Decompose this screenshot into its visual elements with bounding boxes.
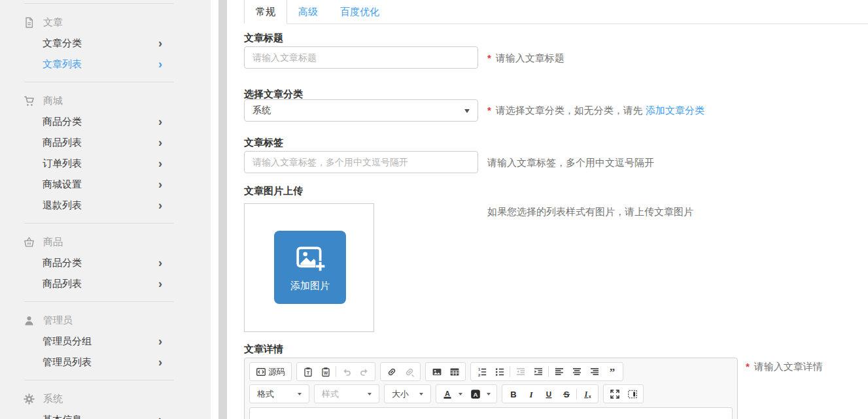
section-divider — [24, 3, 173, 4]
text-color-button[interactable]: A — [438, 386, 466, 402]
sidebar-section-系统[interactable]: 系统 — [0, 388, 211, 409]
sidebar-item-管理员列表[interactable]: 管理员列表› — [0, 352, 211, 373]
article-category-select[interactable]: 系统 — [244, 99, 478, 122]
article-title-input[interactable] — [244, 46, 478, 69]
article-detail-note: * 请输入文章详情 — [746, 360, 823, 373]
article-detail-label: 文章详情 — [244, 343, 283, 356]
svg-text:1: 1 — [478, 367, 481, 371]
article-tags-note-text: 请输入文章标签，多个用中文逗号隔开 — [487, 156, 654, 169]
bulleted-list-button[interactable] — [491, 363, 508, 380]
caret-down-icon — [298, 393, 302, 395]
align-left-button[interactable] — [550, 363, 568, 380]
sidebar-item-文章分类[interactable]: 文章分类› — [0, 33, 211, 54]
toolbar-separator — [510, 366, 510, 377]
numbered-list-button[interactable]: 12 — [473, 363, 491, 380]
article-image-dropzone: 添加图片 — [244, 203, 374, 332]
add-image-button-label: 添加图片 — [290, 280, 330, 292]
file-text-icon — [24, 17, 35, 28]
article-title-note-text: 请输入文章标题 — [496, 52, 564, 65]
add-image-button[interactable]: 添加图片 — [274, 231, 346, 304]
strikethrough-button[interactable]: S — [557, 386, 575, 402]
sidebar-section-title: 商品 — [43, 236, 63, 248]
required-asterisk: * — [487, 52, 491, 65]
editor-toolbar-row-2: 格式样式大小AABIUSIx — [249, 384, 733, 403]
unlink-button[interactable] — [400, 363, 418, 380]
sidebar-section-title: 管理员 — [43, 314, 73, 327]
sidebar-item-基本信息[interactable]: 基本信息› — [0, 409, 211, 419]
sidebar-section-商品[interactable]: 商品 — [0, 231, 211, 252]
sidebar-item-label: 文章列表 — [43, 58, 82, 71]
tab-常规[interactable]: 常规 — [244, 0, 287, 24]
bg-color-icon: A — [470, 389, 481, 399]
outdent-button[interactable] — [512, 363, 529, 380]
maximize-button[interactable] — [606, 386, 623, 402]
paste-as-text-button[interactable]: T — [299, 363, 317, 380]
style-dropdown-label: 样式 — [322, 388, 339, 400]
source-button-label: 源码 — [268, 366, 285, 378]
redo-button[interactable] — [355, 363, 373, 380]
indent-button[interactable] — [529, 363, 547, 380]
sidebar-item-文章列表[interactable]: 文章列表› — [0, 54, 211, 75]
bold-icon: B — [508, 389, 519, 399]
insert-table-button[interactable] — [445, 363, 463, 380]
align-center-button[interactable] — [568, 363, 585, 380]
cart-icon — [24, 95, 35, 107]
source-button[interactable]: 源码 — [252, 363, 289, 380]
show-blocks-icon — [627, 389, 638, 399]
article-title-note: * 请输入文章标题 — [487, 52, 564, 65]
sidebar-item-商品分类[interactable]: 商品分类› — [0, 252, 211, 273]
sidebar-item-管理员分组[interactable]: 管理员分组› — [0, 331, 211, 352]
article-title-label: 文章标题 — [244, 32, 283, 44]
show-blocks-button[interactable] — [623, 386, 641, 402]
sidebar: 文章文章分类›文章列表›商城商品分类›商品列表›订单列表›商城设置›退款列表›商… — [0, 0, 211, 419]
redo-icon — [359, 367, 370, 377]
sidebar-scrollbar-thumb[interactable] — [218, 0, 227, 419]
sidebar-item-订单列表[interactable]: 订单列表› — [0, 153, 211, 174]
article-category-note: * 请选择文章分类，如无分类，请先 添加文章分类 — [487, 104, 704, 117]
toolbar-group: 12” — [470, 362, 623, 381]
sidebar-nav: 文章文章分类›文章列表›商城商品分类›商品列表›订单列表›商城设置›退款列表›商… — [0, 3, 211, 419]
insert-image-button[interactable] — [428, 363, 445, 380]
tab-高级[interactable]: 高级 — [287, 0, 329, 24]
italic-button[interactable]: I — [522, 386, 540, 402]
undo-icon — [341, 367, 352, 377]
style-dropdown[interactable]: 样式 — [317, 385, 377, 403]
sidebar-item-退款列表[interactable]: 退款列表› — [0, 195, 211, 216]
strikethrough-icon: S — [561, 389, 572, 399]
background-color-button[interactable]: A — [466, 386, 495, 402]
editor-content-area[interactable] — [249, 407, 733, 419]
paste-from-word-button[interactable]: W — [317, 363, 334, 380]
link-button[interactable] — [383, 363, 400, 380]
align-right-button[interactable] — [585, 363, 603, 380]
bold-button[interactable]: B — [504, 386, 522, 402]
svg-text:U: U — [546, 390, 551, 397]
remove-format-button[interactable]: Ix — [578, 386, 596, 402]
add-article-category-link[interactable]: 添加文章分类 — [646, 105, 704, 116]
sidebar-item-商品列表[interactable]: 商品列表› — [0, 273, 211, 294]
section-divider — [24, 380, 173, 380]
sidebar-section-商城[interactable]: 商城 — [0, 90, 211, 111]
blockquote-button[interactable]: ” — [603, 363, 621, 380]
source-icon — [256, 367, 266, 377]
format-dropdown[interactable]: 格式 — [252, 385, 307, 403]
undo-button[interactable] — [338, 363, 355, 380]
underline-button[interactable]: U — [540, 386, 557, 402]
chevron-right-icon: › — [158, 199, 162, 211]
sidebar-item-商品列表[interactable]: 商品列表› — [0, 132, 211, 153]
font-size-dropdown[interactable]: 大小 — [387, 385, 428, 403]
sidebar-item-商品分类[interactable]: 商品分类› — [0, 111, 211, 132]
svg-text:A: A — [445, 389, 450, 397]
article-tags-input[interactable] — [244, 151, 478, 173]
tab-百度优化[interactable]: 百度优化 — [329, 0, 391, 24]
sidebar-item-商城设置[interactable]: 商城设置› — [0, 174, 211, 195]
article-image-note-text: 如果您选择的列表样式有图片，请上传文章图片 — [487, 205, 693, 218]
sidebar-section-title: 文章 — [43, 16, 63, 29]
sidebar-section-文章[interactable]: 文章 — [0, 12, 211, 33]
article-category-note-text: 请选择文章分类，如无分类，请先 添加文章分类 — [496, 104, 704, 117]
chevron-right-icon: › — [158, 137, 162, 148]
sidebar-section-管理员[interactable]: 管理员 — [0, 310, 211, 331]
sidebar-item-label: 基本信息 — [43, 414, 82, 419]
select-caret-icon — [464, 109, 470, 113]
toolbar-group: 样式 — [314, 384, 379, 403]
toolbar-group: 源码 — [249, 362, 292, 381]
